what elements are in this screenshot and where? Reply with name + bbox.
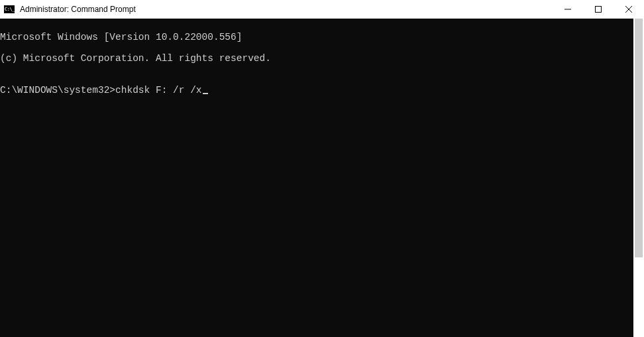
- cursor: [203, 93, 208, 94]
- terminal-prompt-line: C:\WINDOWS\system32>chkdsk F: /r /x: [0, 85, 633, 96]
- terminal-line: Microsoft Windows [Version 10.0.22000.55…: [0, 32, 633, 42]
- titlebar[interactable]: Administrator: Command Prompt: [0, 0, 644, 19]
- terminal-output[interactable]: Microsoft Windows [Version 10.0.22000.55…: [0, 19, 633, 337]
- close-button[interactable]: [614, 0, 644, 19]
- terminal-command: chkdsk F: /r /x: [115, 85, 202, 96]
- minimize-button[interactable]: [553, 0, 583, 19]
- terminal-line: (c) Microsoft Corporation. All rights re…: [0, 53, 633, 64]
- cmd-icon: [4, 5, 15, 13]
- maximize-button[interactable]: [583, 0, 614, 19]
- scrollbar-thumb[interactable]: [635, 19, 643, 257]
- terminal-wrapper: Microsoft Windows [Version 10.0.22000.55…: [0, 19, 644, 337]
- window-title: Administrator: Command Prompt: [20, 5, 136, 14]
- window-controls: [553, 0, 644, 19]
- svg-rect-1: [596, 7, 602, 13]
- command-prompt-window: Administrator: Command Prompt Microsoft …: [0, 0, 644, 337]
- terminal-prompt: C:\WINDOWS\system32>: [0, 85, 115, 96]
- vertical-scrollbar[interactable]: [633, 19, 644, 337]
